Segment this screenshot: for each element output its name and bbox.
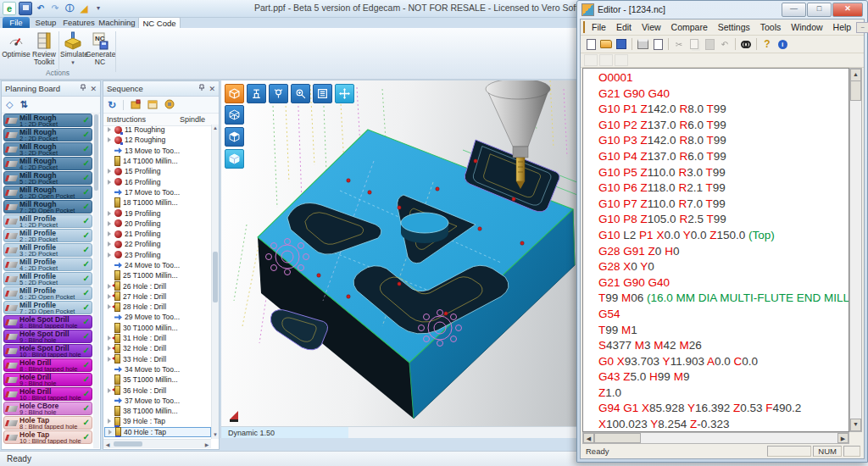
lamp-icon[interactable] <box>269 84 288 103</box>
tab-features[interactable]: Features <box>63 17 95 28</box>
sequence-item[interactable]: 23 Profiling <box>104 250 211 260</box>
graphics-viewport[interactable]: Dynamic 1.50 <box>220 80 578 438</box>
save-icon[interactable] <box>615 38 628 51</box>
cycle-diamond-icon[interactable]: ◇ <box>6 99 13 110</box>
display-list-icon[interactable] <box>313 84 332 103</box>
regenerate-icon[interactable]: ↻ <box>108 99 116 111</box>
planning-item[interactable]: Hole Drill8 : Blind tapped hole✓ <box>3 358 92 372</box>
new-icon[interactable] <box>584 38 598 51</box>
expand-arrow-icon[interactable] <box>107 230 113 237</box>
sequence-item[interactable]: 30 T1000 Millin... <box>104 323 211 333</box>
planning-item[interactable]: Mill Profile5 : 2D Pocket✓ <box>3 272 92 286</box>
scroll-thumb[interactable] <box>850 80 861 101</box>
menu-tools[interactable]: Tools <box>755 22 787 32</box>
cut-icon[interactable]: ✂ <box>672 38 686 51</box>
pan-icon[interactable] <box>335 84 354 103</box>
simulate-dropdown-arrow[interactable]: ▾ <box>60 58 86 66</box>
scroll-right-arrow[interactable]: ▶ <box>837 433 849 443</box>
sequence-item[interactable]: 35 T1000 Millin... <box>104 374 211 385</box>
sequence-item[interactable]: 16 Profiling <box>104 176 211 186</box>
planning-item[interactable]: Mill Rough3 : 2D Pocket✓ <box>3 142 92 156</box>
sequence-item[interactable]: 31 Hole : Drill <box>104 333 211 343</box>
sequence-item[interactable]: 36 Hole : Drill <box>104 385 211 395</box>
sequence-item[interactable]: 12 Roughing <box>104 135 211 145</box>
menu-compare[interactable]: Compare <box>666 22 713 32</box>
tool-store-icon[interactable] <box>131 99 141 111</box>
planning-item[interactable]: Mill Profile2 : 2D Pocket✓ <box>3 229 92 242</box>
wireframe-cube-icon[interactable] <box>225 105 244 125</box>
save-icon[interactable] <box>19 2 32 15</box>
tab-file[interactable]: File <box>3 17 30 28</box>
undo-icon[interactable]: ↶ <box>35 3 47 14</box>
expand-arrow-icon[interactable] <box>107 126 113 133</box>
scroll-right-arrow[interactable]: ▶ <box>203 441 211 447</box>
copy-icon[interactable] <box>687 38 701 51</box>
planning-item[interactable]: Hole Tap10 : Blind tapped hole✓ <box>3 430 92 444</box>
menu-help[interactable]: Help <box>828 22 857 32</box>
scroll-down-arrow[interactable]: ▼ <box>212 431 219 439</box>
sequence-item[interactable]: 34 Move to Too... <box>104 364 211 374</box>
open-icon[interactable] <box>599 38 613 51</box>
shaded-cube-icon[interactable] <box>225 149 244 169</box>
edgecam-logo-icon[interactable]: e <box>3 2 16 15</box>
minimize-button[interactable]: — <box>782 3 806 17</box>
tab-nc-code[interactable]: NC Code <box>138 17 181 29</box>
generate-nc-button[interactable]: NC Generate NC <box>86 30 114 66</box>
close-icon[interactable]: ✕ <box>209 85 215 93</box>
close-icon[interactable]: ✕ <box>90 85 97 93</box>
simulate-button[interactable]: Simulate ▾ <box>60 30 86 66</box>
optimise-button[interactable]: Optimise <box>2 30 31 58</box>
planning-item[interactable]: Mill Rough2 : 2D Pocket✓ <box>3 128 92 141</box>
planning-item[interactable]: Mill Rough5 : 2D Pocket✓ <box>3 171 92 185</box>
planning-item[interactable]: Hole Drill10 : Blind tapped hole✓ <box>3 387 92 401</box>
print-preview-icon[interactable] <box>651 38 665 51</box>
machine-params-icon[interactable] <box>164 99 175 111</box>
editor-hscrollbar[interactable]: ◀ ▶ <box>582 432 849 444</box>
undo-icon[interactable]: ↶ <box>718 38 732 51</box>
sequence-item[interactable]: 33 Hole : Drill <box>104 354 211 364</box>
solid-cube-icon[interactable] <box>225 127 244 147</box>
sequence-item[interactable]: 24 Move to Too... <box>104 260 211 270</box>
machine-icon[interactable] <box>247 84 266 103</box>
scroll-thumb[interactable] <box>594 433 641 443</box>
about-icon[interactable]: i <box>776 38 789 51</box>
tab-machining[interactable]: Machining <box>98 17 136 28</box>
planning-item[interactable]: Mill Rough4 : 2D Pocket✓ <box>3 157 92 170</box>
planning-item[interactable]: Mill Rough6 : 2D Open Pocket✓ <box>3 186 92 199</box>
planning-item[interactable]: Mill Profile4 : 2D Pocket✓ <box>3 258 92 271</box>
sort-arrows-icon[interactable]: ⇅ <box>19 99 27 110</box>
nc-code-textarea[interactable]: O0001G21 G90 G40G10 P1 Z142.0 R8.0 T99G1… <box>582 68 849 432</box>
view-cube-icon[interactable] <box>225 84 244 103</box>
planning-item[interactable]: Mill Rough7 : 2D Open Pocket✓ <box>3 200 92 214</box>
planning-scrollbar[interactable] <box>93 113 99 448</box>
scroll-up-arrow[interactable]: ▲ <box>212 125 219 132</box>
sequence-item[interactable]: 14 T1000 Millin... <box>104 156 211 166</box>
menu-window[interactable]: Window <box>786 22 827 32</box>
info-icon[interactable]: ⓘ <box>64 3 75 14</box>
qat-dropdown-icon[interactable]: ▾ <box>92 3 104 14</box>
mdi-minimize-icon[interactable]: – <box>856 22 868 33</box>
edgecam-tools-icon[interactable]: ◢ <box>78 3 90 14</box>
sequence-item[interactable]: 15 Profiling <box>104 166 211 176</box>
planning-item[interactable]: Hole CBore9 : Blind hole✓ <box>3 402 92 415</box>
sequence-item[interactable]: 18 T1000 Millin... <box>104 197 211 208</box>
sequence-item[interactable]: 11 Roughing <box>104 125 211 135</box>
menu-edit[interactable]: Edit <box>611 22 637 32</box>
expand-arrow-icon[interactable] <box>107 179 113 186</box>
sequence-item[interactable]: 13 Move to Too... <box>104 146 211 156</box>
planning-item[interactable]: Hole Spot Drill8 : Blind tapped hole✓ <box>3 315 92 329</box>
close-button[interactable]: ✕ <box>832 3 863 17</box>
code-wizard-icon[interactable] <box>147 99 158 111</box>
paste-icon[interactable] <box>703 38 716 51</box>
sequence-item[interactable]: 38 T1000 Millin... <box>104 406 211 416</box>
planning-item[interactable]: Mill Rough1 : 2D Pocket✓ <box>3 114 92 127</box>
sequence-item[interactable]: 37 Move to Too... <box>104 396 211 406</box>
expand-arrow-icon[interactable] <box>107 210 113 217</box>
tab-setup[interactable]: Setup <box>34 17 58 28</box>
compare-icon-2[interactable] <box>599 54 613 66</box>
review-toolkit-button[interactable]: Review Toolkit <box>31 30 57 66</box>
expand-arrow-icon[interactable] <box>108 429 114 435</box>
menu-settings[interactable]: Settings <box>713 22 755 32</box>
sequence-item[interactable]: 22 Profiling <box>104 239 211 249</box>
menu-file[interactable]: File <box>587 22 611 32</box>
